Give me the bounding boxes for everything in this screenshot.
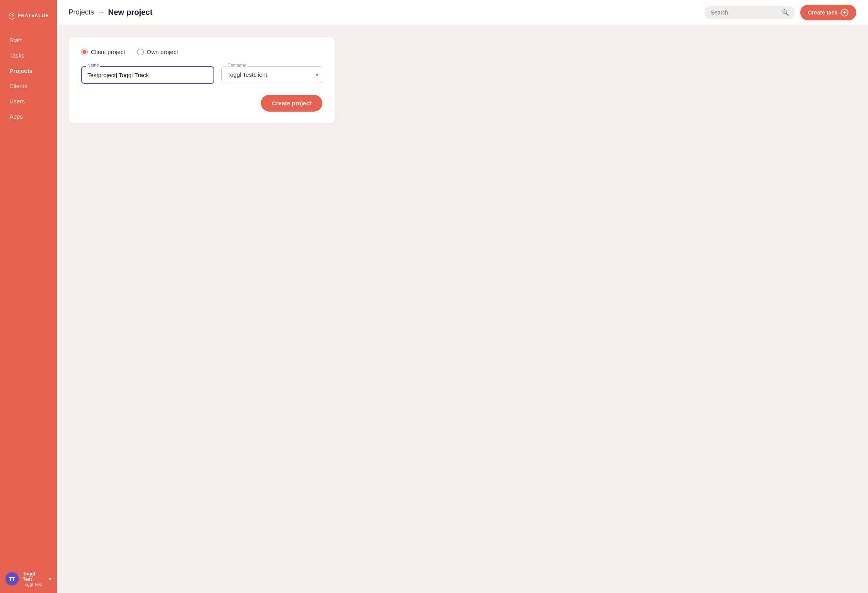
own-project-option[interactable]: Own project — [137, 49, 178, 55]
company-field-group: Company Toggl Testclient ▾ — [221, 66, 323, 83]
user-sub: Toggl Test — [23, 582, 44, 587]
create-project-button[interactable]: Create project — [261, 95, 322, 112]
search-container: 🔍 — [705, 6, 795, 19]
client-project-label: Client project — [91, 49, 125, 55]
breadcrumb: Projects → New project — [69, 8, 152, 17]
breadcrumb-arrow-icon: → — [98, 9, 104, 16]
plus-circle-icon: + — [841, 9, 848, 16]
user-menu[interactable]: TT Toggl Test Toggl Test ▾ — [0, 565, 57, 593]
sidebar-item-apps[interactable]: Apps — [8, 110, 49, 123]
project-name-input[interactable] — [81, 66, 214, 84]
sidebar-item-projects[interactable]: Projects — [8, 64, 49, 77]
form-fields-row: Name Company Toggl Testclient ▾ — [81, 66, 322, 84]
sidebar-item-clients[interactable]: Clients — [8, 80, 49, 92]
sidebar: FEATVALUE Start Tasks Projects Clients U… — [0, 0, 57, 593]
project-type-radio-group: Client project Own project — [81, 49, 322, 55]
logo-icon — [8, 9, 16, 23]
form-actions: Create project — [81, 95, 322, 112]
avatar: TT — [5, 572, 19, 586]
search-icon: 🔍 — [782, 9, 789, 16]
client-project-radio[interactable] — [81, 49, 88, 55]
own-project-label: Own project — [147, 49, 178, 55]
logo-text: FEATVALUE — [18, 13, 49, 18]
breadcrumb-projects[interactable]: Projects — [69, 8, 94, 16]
sidebar-item-users[interactable]: Users — [8, 95, 49, 108]
header-actions: 🔍 Create task + — [705, 5, 857, 20]
own-project-radio[interactable] — [137, 49, 144, 55]
sidebar-item-start[interactable]: Start — [8, 34, 49, 47]
page-title: New project — [108, 8, 152, 17]
sidebar-item-tasks[interactable]: Tasks — [8, 49, 49, 62]
user-name: Toggl Test — [23, 571, 44, 582]
header: Projects → New project 🔍 Create task + — [57, 0, 868, 25]
client-project-option[interactable]: Client project — [81, 49, 125, 55]
sidebar-nav: Start Tasks Projects Clients Users Apps — [0, 34, 57, 565]
page-content: Client project Own project Name Company — [57, 25, 868, 593]
company-select[interactable]: Toggl Testclient — [221, 66, 323, 83]
name-field-group: Name — [81, 66, 214, 84]
new-project-form-card: Client project Own project Name Company — [69, 37, 335, 123]
company-field-label: Company — [226, 63, 248, 67]
logo: FEATVALUE — [0, 0, 57, 34]
chevron-down-icon: ▾ — [49, 576, 51, 582]
company-select-wrapper: Toggl Testclient ▾ — [221, 66, 323, 83]
search-input[interactable] — [705, 6, 795, 19]
name-field-label: Name — [86, 63, 100, 67]
main-content: Projects → New project 🔍 Create task + C… — [57, 0, 868, 593]
create-task-button[interactable]: Create task + — [800, 5, 857, 20]
create-task-label: Create task — [808, 9, 838, 16]
user-info: Toggl Test Toggl Test — [23, 571, 44, 587]
